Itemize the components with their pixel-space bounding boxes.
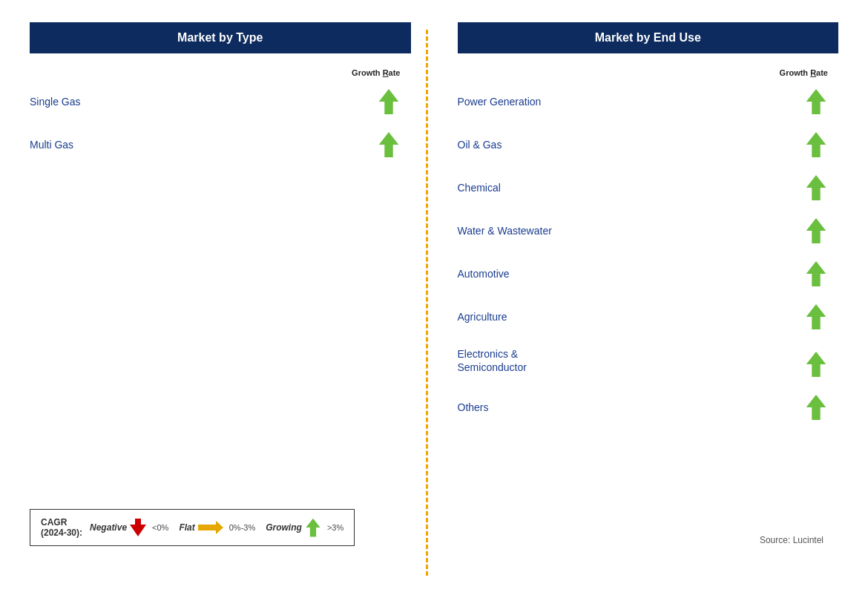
svg-marker-1 <box>378 132 398 157</box>
cagr-label: CAGR(2024-30): <box>41 517 82 538</box>
svg-marker-12 <box>806 395 826 420</box>
svg-marker-3 <box>198 521 223 534</box>
red-down-arrow-icon <box>130 517 146 538</box>
legend-box: CAGR(2024-30): Negative <0% Flat 0%-3% <box>30 509 355 546</box>
svg-marker-11 <box>806 352 826 377</box>
multi-gas-arrow <box>366 131 411 159</box>
power-generation-arrow <box>794 88 838 116</box>
left-growth-rate-label: Growth Rate <box>352 68 400 77</box>
svg-marker-10 <box>806 304 826 329</box>
legend-growing: Growing <box>266 517 321 538</box>
oil-gas-arrow <box>794 131 838 159</box>
growing-label: Growing <box>266 522 302 533</box>
svg-marker-7 <box>806 175 826 200</box>
oil-gas-row: Oil & Gas <box>458 123 839 166</box>
electronics-semiconductor-arrow <box>794 347 838 378</box>
single-gas-label: Single Gas <box>30 96 366 108</box>
electronics-semiconductor-label: Electronics &Semiconductor <box>458 347 795 374</box>
legend-negative: Negative <box>90 517 146 538</box>
water-wastewater-row: Water & Wastewater <box>458 209 839 252</box>
yellow-flat-arrow-icon <box>198 519 223 536</box>
power-generation-label: Power Generation <box>458 96 795 108</box>
negative-label: Negative <box>90 522 127 533</box>
multi-gas-row: Multi Gas <box>30 123 411 166</box>
svg-marker-8 <box>806 218 826 243</box>
oil-gas-label: Oil & Gas <box>458 139 795 151</box>
automotive-row: Automotive <box>458 252 839 295</box>
right-growth-rate-label: Growth Rate <box>780 68 828 77</box>
growing-range: >3% <box>327 523 343 532</box>
agriculture-row: Agriculture <box>458 295 839 338</box>
svg-marker-9 <box>806 261 826 286</box>
agriculture-arrow <box>794 303 838 331</box>
others-arrow <box>794 393 838 421</box>
flat-range: 0%-3% <box>229 523 255 532</box>
svg-marker-0 <box>378 89 398 114</box>
electronics-semiconductor-row: Electronics &Semiconductor <box>458 338 839 386</box>
multi-gas-label: Multi Gas <box>30 139 366 151</box>
svg-marker-4 <box>306 519 320 537</box>
power-generation-row: Power Generation <box>458 80 839 123</box>
green-up-arrow-icon <box>305 517 321 538</box>
legend-flat: Flat <box>179 519 223 536</box>
single-gas-arrow <box>366 88 411 116</box>
water-wastewater-label: Water & Wastewater <box>458 225 795 237</box>
automotive-arrow <box>794 260 838 288</box>
automotive-label: Automotive <box>458 268 795 280</box>
flat-label: Flat <box>179 522 194 533</box>
svg-marker-2 <box>130 519 146 536</box>
chemical-row: Chemical <box>458 166 839 209</box>
chemical-label: Chemical <box>458 182 795 194</box>
source-text: Source: Lucintel <box>760 535 823 545</box>
single-gas-row: Single Gas <box>30 80 411 123</box>
left-panel-header: Market by Type <box>30 22 411 53</box>
svg-marker-6 <box>806 132 826 157</box>
water-wastewater-arrow <box>794 217 838 245</box>
svg-marker-5 <box>806 89 826 114</box>
agriculture-label: Agriculture <box>458 311 795 323</box>
others-label: Others <box>458 401 795 413</box>
chemical-arrow <box>794 174 838 202</box>
others-row: Others <box>458 386 839 429</box>
negative-range: <0% <box>152 523 168 532</box>
right-panel-header: Market by End Use <box>458 22 839 53</box>
